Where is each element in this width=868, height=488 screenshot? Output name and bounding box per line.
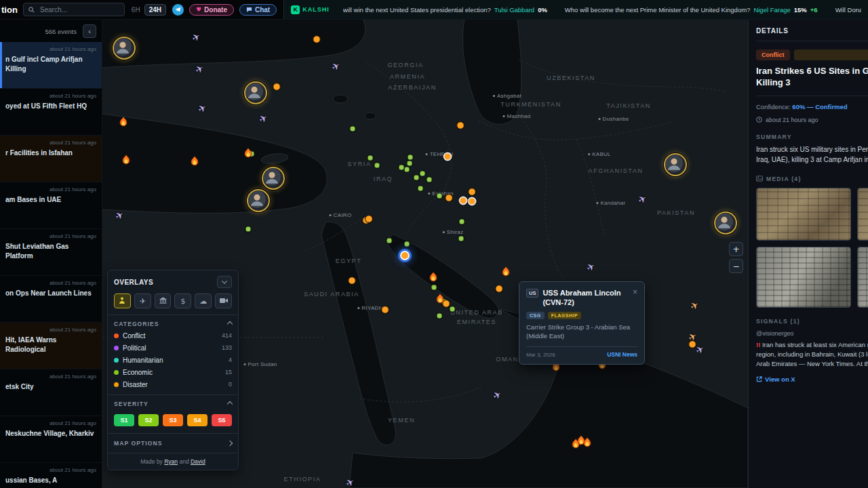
media-thumbnail[interactable]: [857, 247, 868, 308]
view-on-x-link[interactable]: View on X: [756, 375, 868, 383]
event-cluster-marker[interactable]: [443, 152, 452, 161]
event-marker-orange[interactable]: [496, 285, 503, 293]
event-marker-green[interactable]: [368, 155, 374, 161]
kalshi-market-item[interactable]: Will Donald Trump attempt to purchase an…: [835, 6, 861, 14]
event-list-item[interactable]: about 21 hours agoetsk City: [0, 369, 102, 416]
event-list-item[interactable]: about 21 hours agoNeskuchne Village, Kha…: [0, 416, 102, 463]
severity-chip[interactable]: S5: [212, 414, 232, 426]
event-marker-green[interactable]: [437, 193, 443, 199]
leader-avatar-marker[interactable]: [714, 211, 737, 235]
credit-link-david[interactable]: David: [191, 458, 205, 465]
event-marker-green[interactable]: [458, 236, 465, 242]
event-cluster-marker[interactable]: [459, 197, 468, 205]
event-list-item[interactable]: about 21 hours agoon Ops Near Launch Lin…: [0, 276, 102, 323]
event-list-item[interactable]: about 21 hours agooyed at US Fifth Fleet…: [0, 89, 102, 136]
aircraft-marker[interactable]: ✈: [113, 209, 125, 222]
selected-event-marker[interactable]: [400, 251, 410, 260]
event-marker-green[interactable]: [374, 163, 380, 169]
event-marker-green[interactable]: [450, 306, 456, 312]
search-field[interactable]: [39, 5, 119, 14]
event-marker-green[interactable]: [350, 126, 356, 132]
leader-avatar-marker[interactable]: [113, 37, 136, 60]
event-marker-green[interactable]: [418, 186, 424, 192]
event-marker-green[interactable]: [245, 226, 252, 232]
event-marker-orange[interactable]: [366, 216, 373, 223]
category-filter-row[interactable]: Political133: [114, 342, 232, 354]
strike-fire-marker[interactable]: [436, 294, 445, 304]
event-marker-green[interactable]: [399, 165, 405, 171]
aircraft-marker[interactable]: ✈: [694, 344, 705, 356]
aircraft-marker[interactable]: ✈: [196, 102, 208, 115]
aircraft-marker[interactable]: ✈: [344, 476, 355, 488]
event-marker-green[interactable]: [431, 285, 437, 291]
strike-fire-marker[interactable]: [119, 117, 128, 127]
severity-chip[interactable]: S1: [114, 414, 134, 426]
event-marker-orange[interactable]: [457, 122, 465, 129]
strike-fire-marker[interactable]: [244, 148, 253, 159]
credit-link-ryan[interactable]: Ryan: [164, 458, 178, 465]
aircraft-marker-orange[interactable]: ✈: [686, 331, 698, 343]
leader-avatar-marker[interactable]: [262, 167, 285, 190]
event-marker-orange[interactable]: [313, 36, 321, 43]
search-input[interactable]: [23, 3, 125, 16]
media-thumbnail[interactable]: [756, 188, 851, 241]
range-6h-button[interactable]: 6H: [132, 6, 140, 14]
event-list-item[interactable]: about 21 hours agoussian Bases, A: [0, 463, 102, 488]
event-list-item[interactable]: about 21 hours agon Gulf incl Camp Arifj…: [0, 42, 102, 89]
event-list-item[interactable]: about 21 hours agoShut Leviathan Gas Pla…: [0, 229, 102, 276]
map-canvas[interactable]: GEORGIAARMENIAAZERBAIJANUZBEKISTANTURKME…: [102, 19, 748, 488]
event-marker-orange[interactable]: [446, 195, 453, 202]
severity-chip[interactable]: S2: [138, 414, 159, 426]
media-thumbnail[interactable]: [756, 247, 851, 308]
cloud-toggle[interactable]: ☁: [195, 293, 212, 308]
event-list-item[interactable]: about 21 hours agor Facilities in Isfaha…: [0, 136, 102, 182]
event-marker-green[interactable]: [404, 241, 410, 247]
event-marker-orange[interactable]: [469, 188, 476, 196]
zoom-out-button[interactable]: −: [729, 259, 743, 273]
aircraft-marker[interactable]: ✈: [190, 31, 201, 43]
donate-button[interactable]: ♥ Donate: [189, 4, 234, 16]
strike-fire-marker[interactable]: [502, 267, 511, 277]
map-options-section-header[interactable]: MAP OPTIONS: [108, 433, 238, 453]
severity-chip[interactable]: S3: [163, 414, 183, 426]
strike-fire-marker[interactable]: [122, 155, 131, 165]
category-filter-row[interactable]: Disaster0: [114, 378, 232, 390]
event-marker-green[interactable]: [459, 219, 465, 225]
severity-section-header[interactable]: SEVERITY: [114, 400, 232, 409]
category-filter-row[interactable]: Economic15: [114, 366, 232, 378]
category-filter-row[interactable]: Humanitarian4: [114, 354, 232, 366]
range-24h-button[interactable]: 24H: [144, 4, 166, 16]
event-marker-green[interactable]: [427, 177, 433, 183]
media-thumbnail[interactable]: [857, 188, 868, 241]
aircraft-marker[interactable]: ✈: [636, 193, 648, 205]
leader-avatar-marker[interactable]: [247, 189, 270, 212]
event-marker-orange[interactable]: [382, 306, 389, 314]
leader-avatar-marker[interactable]: [244, 81, 267, 104]
event-marker-orange[interactable]: [273, 83, 281, 91]
event-cluster-marker[interactable]: [468, 197, 477, 206]
event-list-item[interactable]: about 21 hours agoam Bases in UAE: [0, 182, 102, 229]
strike-fire-marker[interactable]: [429, 272, 438, 283]
aircraft-marker[interactable]: ✈: [257, 113, 269, 125]
dollar-toggle[interactable]: $: [174, 293, 191, 308]
severity-chip[interactable]: S4: [187, 414, 208, 426]
event-marker-green[interactable]: [420, 171, 426, 177]
event-marker-green[interactable]: [408, 155, 414, 161]
bank-toggle[interactable]: [155, 293, 172, 308]
event-list-item[interactable]: about 21 hours agoHit, IAEA Warns Radiol…: [0, 323, 102, 369]
aircraft-marker[interactable]: ✈: [491, 389, 502, 401]
aircraft-marker[interactable]: ✈: [330, 60, 341, 73]
camera-toggle[interactable]: [215, 293, 232, 308]
event-marker-green[interactable]: [414, 175, 420, 181]
aircraft-marker-orange[interactable]: ✈: [688, 300, 700, 312]
popup-source-link[interactable]: USNI News: [607, 351, 637, 358]
leader-avatar-marker[interactable]: [664, 153, 687, 176]
overlays-collapse-button[interactable]: [217, 276, 232, 288]
aircraft-marker[interactable]: ✈: [585, 261, 596, 273]
aircraft-marker[interactable]: ✈: [193, 63, 205, 75]
kalshi-market-item[interactable]: will win the next United States presiden…: [343, 6, 547, 14]
zoom-in-button[interactable]: +: [729, 242, 743, 256]
event-marker-green[interactable]: [387, 238, 393, 244]
strike-fire-marker[interactable]: [583, 438, 592, 448]
telegram-button[interactable]: [172, 4, 184, 16]
